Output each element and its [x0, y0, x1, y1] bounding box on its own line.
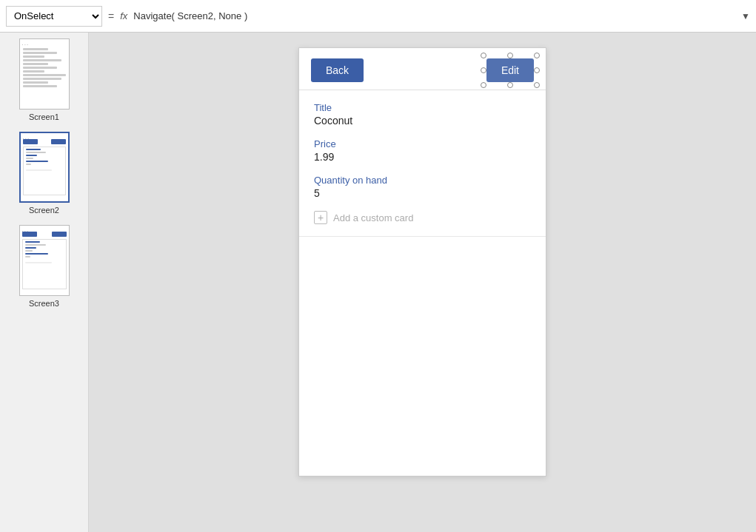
add-custom-card-label: Add a custom card	[333, 212, 413, 223]
canvas-area: Back Edit	[89, 33, 756, 532]
handle-top-left	[481, 53, 486, 58]
formula-bar: OnSelect = fx ▼	[0, 0, 756, 33]
formula-select[interactable]: OnSelect	[6, 6, 102, 27]
screen3-label: Screen3	[29, 299, 59, 308]
screen1-label: Screen1	[29, 112, 59, 121]
edit-button-wrapper: Edit	[486, 58, 534, 82]
price-value: 1.99	[314, 151, 531, 163]
screen2-label: Screen2	[29, 206, 59, 215]
screen3-thumbnail: ···	[19, 225, 70, 296]
formula-input[interactable]	[133, 6, 735, 27]
handle-bottom-right	[534, 82, 540, 88]
screen1-thumbnail: ···	[19, 38, 70, 110]
handle-middle-right	[534, 67, 540, 73]
main-layout: ··· Screen1 ···	[0, 33, 756, 532]
phone-mockup: Back Edit	[298, 47, 546, 477]
sidebar-item-screen2[interactable]: ··· Screen2	[4, 132, 84, 215]
edit-button[interactable]: Edit	[486, 58, 534, 82]
handle-top-right	[534, 53, 540, 58]
quantity-value: 5	[314, 187, 531, 199]
handle-middle-left	[481, 67, 486, 73]
add-custom-card[interactable]: + Add a custom card	[314, 211, 531, 224]
formula-fx-icon: fx	[120, 10, 127, 21]
phone-header: Back Edit	[299, 48, 546, 90]
add-icon: +	[314, 211, 327, 224]
sidebar-item-screen1[interactable]: ··· Screen1	[4, 38, 84, 121]
handle-bottom-left	[481, 82, 486, 88]
card-content: Title Coconut Price 1.99 Quantity on han…	[299, 90, 546, 236]
handle-bottom-center	[507, 82, 513, 88]
price-label: Price	[314, 138, 531, 149]
formula-dropdown-arrow[interactable]: ▼	[741, 11, 750, 21]
title-label: Title	[314, 102, 531, 113]
quantity-label: Quantity on hand	[314, 175, 531, 186]
screen2-thumbnail: ···	[19, 132, 70, 203]
handle-top-center	[507, 53, 513, 58]
screen1-dots: ···	[22, 41, 30, 48]
sidebar-item-screen3[interactable]: ··· Screen3	[4, 225, 84, 308]
formula-equals: =	[108, 10, 114, 22]
back-button[interactable]: Back	[311, 58, 364, 82]
sidebar: ··· Screen1 ···	[0, 33, 89, 532]
title-value: Coconut	[314, 115, 531, 127]
phone-bottom-area	[299, 236, 546, 476]
